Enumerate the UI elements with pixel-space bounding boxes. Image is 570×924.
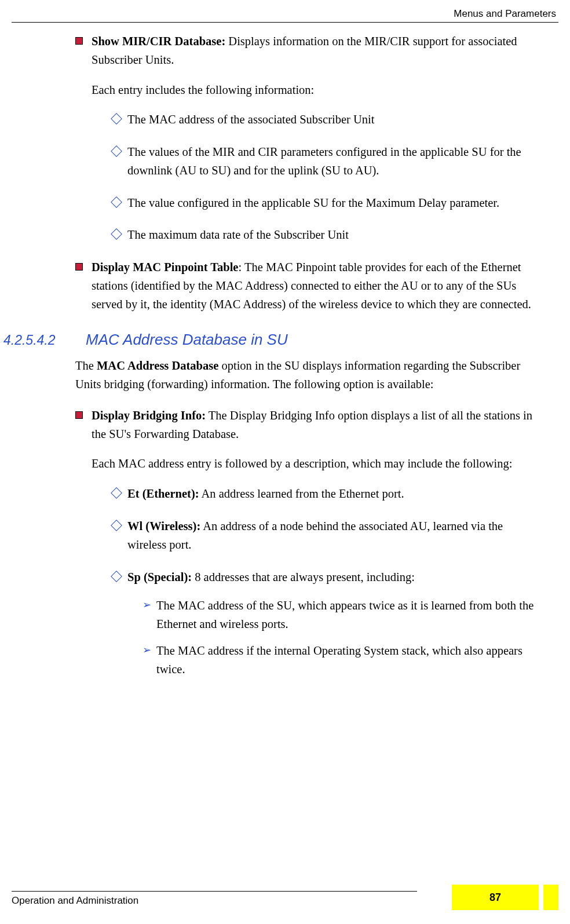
- diamond-icon: [111, 145, 122, 157]
- diamond-text: 8 addresses that are always present, inc…: [192, 571, 415, 583]
- page-number-highlight: 87: [452, 885, 539, 910]
- bullet-title: Show MIR/CIR Database:: [92, 35, 225, 48]
- section-number: 4.2.5.4.2: [3, 333, 73, 348]
- diamond-text: The maximum data rate of the Subscriber …: [127, 228, 349, 241]
- diamond-icon: [111, 571, 122, 582]
- diamond-icon: [111, 487, 122, 499]
- arrow-text: The MAC address if the internal Operatin…: [156, 644, 522, 675]
- para-bold: MAC Address Database: [97, 359, 218, 372]
- diamond-item: The maximum data rate of the Subscriber …: [112, 226, 542, 244]
- bullet-text: Display Bridging Info: The Display Bridg…: [92, 407, 542, 444]
- bullet-note: Each MAC address entry is followed by a …: [92, 455, 542, 473]
- square-bullet-icon: [75, 37, 83, 45]
- arrow-item: ➢ The MAC address if the internal Operat…: [142, 642, 542, 679]
- bullet-item: Display Bridging Info: The Display Bridg…: [75, 407, 542, 678]
- bullet-item: Display MAC Pinpoint Table: The MAC Pinp…: [75, 258, 542, 313]
- diamond-text: An address learned from the Ethernet por…: [199, 487, 404, 500]
- page: Menus and Parameters Show MIR/CIR Databa…: [0, 0, 570, 924]
- arrow-icon: ➢: [142, 642, 151, 659]
- bullet-title: Display MAC Pinpoint Table: [92, 261, 238, 273]
- bullet-text: Display MAC Pinpoint Table: The MAC Pinp…: [92, 258, 542, 313]
- diamond-icon: [111, 228, 122, 240]
- diamond-icon: [111, 113, 122, 125]
- diamond-bold: Wl (Wireless):: [127, 520, 200, 532]
- diamond-item: The value configured in the applicable S…: [112, 194, 542, 213]
- bullet-note: Each entry includes the following inform…: [92, 81, 542, 100]
- bullet-item: Show MIR/CIR Database: Displays informat…: [75, 32, 542, 244]
- bullet-text: Show MIR/CIR Database: Displays informat…: [92, 32, 542, 70]
- square-bullet-icon: [75, 263, 83, 271]
- square-bullet-icon: [75, 411, 83, 419]
- section-heading: 4.2.5.4.2 MAC Address Database in SU: [3, 331, 542, 349]
- diamond-text: The value configured in the applicable S…: [127, 196, 499, 209]
- diamond-bold: Sp (Special):: [127, 571, 192, 583]
- diamond-list: Et (Ethernet): An address learned from t…: [112, 485, 542, 678]
- diamond-item: Wl (Wireless): An address of a node behi…: [112, 517, 542, 554]
- content-area: Show MIR/CIR Database: Displays informat…: [75, 32, 542, 692]
- page-number: 87: [489, 892, 501, 904]
- section-title: MAC Address Database in SU: [86, 331, 288, 349]
- diamond-text: The values of the MIR and CIR parameters…: [127, 145, 521, 177]
- diamond-text: The MAC address of the associated Subscr…: [127, 113, 374, 126]
- arrow-text: The MAC address of the SU, which appears…: [156, 599, 534, 630]
- arrow-icon: ➢: [142, 597, 151, 613]
- diamond-icon: [111, 520, 122, 531]
- paragraph: The MAC Address Database option in the S…: [75, 357, 542, 394]
- page-number-side: [543, 885, 558, 910]
- bullet-title: Display Bridging Info:: [92, 409, 206, 422]
- arrow-item: ➢ The MAC address of the SU, which appea…: [142, 597, 542, 634]
- diamond-item: The MAC address of the associated Subscr…: [112, 111, 542, 129]
- page-number-box: 87: [452, 885, 558, 910]
- diamond-item: Sp (Special): 8 addresses that are alway…: [112, 568, 542, 679]
- diamond-bold: Et (Ethernet):: [127, 487, 199, 500]
- para-text: The: [75, 359, 97, 372]
- header-rule: [12, 22, 558, 23]
- diamond-icon: [111, 196, 122, 208]
- footer-rule: [12, 891, 417, 892]
- diamond-item: Et (Ethernet): An address learned from t…: [112, 485, 542, 503]
- header-section-label: Menus and Parameters: [454, 8, 556, 20]
- diamond-item: The values of the MIR and CIR parameters…: [112, 143, 542, 180]
- diamond-list: The MAC address of the associated Subscr…: [112, 111, 542, 244]
- arrow-list: ➢ The MAC address of the SU, which appea…: [142, 597, 542, 678]
- footer: Operation and Administration 87: [12, 891, 558, 907]
